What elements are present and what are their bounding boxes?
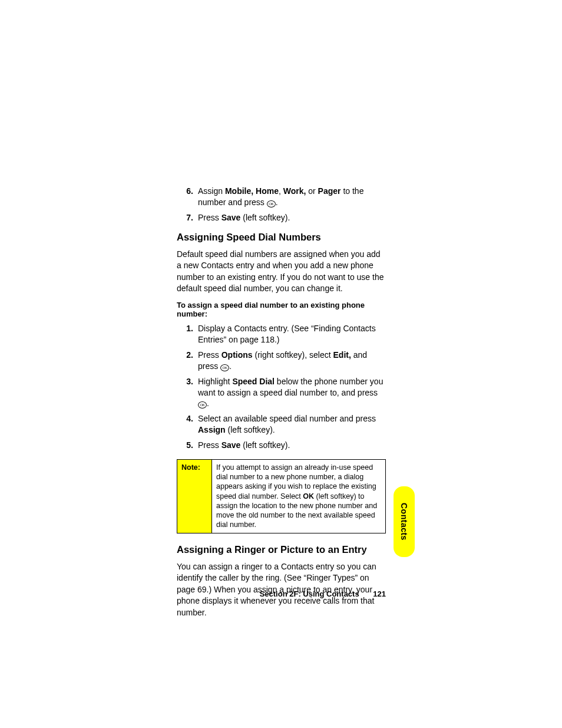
step-text: Press Save (left softkey).: [198, 440, 386, 451]
step-item: 6.Assign Mobile, Home, Work, or Pager to…: [177, 186, 386, 208]
steps-top: 6.Assign Mobile, Home, Work, or Pager to…: [177, 186, 386, 223]
step-number: 6.: [177, 186, 198, 208]
step-number: 5.: [177, 440, 198, 451]
step-item: 2.Press Options (right softkey), select …: [177, 350, 386, 372]
side-tab-label: Contacts: [399, 503, 409, 541]
heading-speed-dial: Assigning Speed Dial Numbers: [177, 232, 386, 243]
step-item: 4.Select an available speed dial number …: [177, 413, 386, 436]
step-item: 3.Highlight Speed Dial below the phone n…: [177, 376, 386, 410]
step-text: Select an available speed dial number an…: [198, 413, 386, 436]
step-number: 4.: [177, 413, 198, 436]
step-text: Assign Mobile, Home, Work, or Pager to t…: [198, 186, 386, 208]
footer-page-number: 121: [373, 589, 386, 598]
step-item: 5.Press Save (left softkey).: [177, 440, 386, 451]
ok-key-icon: OK: [267, 200, 276, 207]
step-text: Highlight Speed Dial below the phone num…: [198, 376, 386, 410]
steps-speed-dial: 1.Display a Contacts entry. (See “Findin…: [177, 323, 386, 451]
page-footer: Section 2F: Using Contacts 121: [177, 589, 386, 598]
step-number: 3.: [177, 376, 198, 410]
step-text: Press Options (right softkey), select Ed…: [198, 350, 386, 372]
note-label: Note:: [177, 459, 212, 533]
heading-ringer-picture: Assigning a Ringer or Picture to an Entr…: [177, 544, 386, 555]
lead-assign-speed-dial: To assign a speed dial number to an exis…: [177, 301, 386, 318]
note-box: Note: If you attempt to assign an alread…: [177, 459, 386, 533]
step-number: 7.: [177, 212, 198, 223]
note-body: If you attempt to assign an already in-u…: [212, 459, 386, 533]
step-text: Display a Contacts entry. (See “Finding …: [198, 323, 386, 345]
step-number: 2.: [177, 350, 198, 372]
paragraph-speed-dial-intro: Default speed dial numbers are assigned …: [177, 249, 386, 295]
ok-key-icon: OK: [220, 364, 229, 371]
side-tab-contacts: Contacts: [394, 486, 415, 557]
step-number: 1.: [177, 323, 198, 345]
step-item: 7.Press Save (left softkey).: [177, 212, 386, 223]
ok-key-icon: OK: [198, 401, 207, 409]
step-text: Press Save (left softkey).: [198, 212, 386, 223]
footer-section: Section 2F: Using Contacts: [260, 589, 359, 598]
step-item: 1.Display a Contacts entry. (See “Findin…: [177, 323, 386, 345]
